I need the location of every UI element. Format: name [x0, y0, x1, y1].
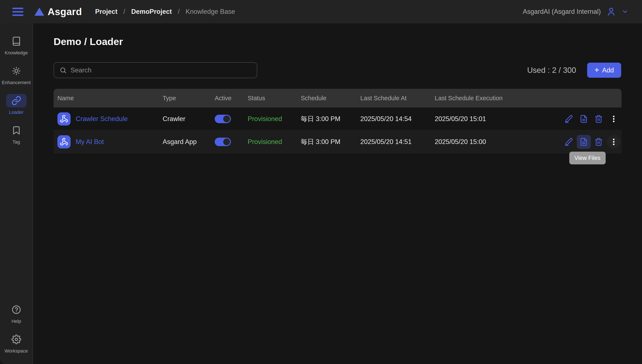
column-header-last-schedule-at: Last Schedule At [357, 95, 431, 102]
breadcrumb: Project / DemoProject / Knowledge Base [95, 8, 235, 16]
view-files-tooltip: View Files [569, 152, 606, 164]
user-icon[interactable] [606, 7, 616, 16]
row-schedule: 毎日 3:00 PM [297, 138, 357, 146]
row-name-link[interactable]: Crawler Schedule [76, 115, 128, 123]
view-files-icon[interactable] [577, 135, 591, 149]
search-input[interactable] [71, 66, 251, 74]
loader-app-icon [57, 135, 71, 148]
sidebar-item-label: Knowledge [5, 50, 28, 56]
row-last-schedule-at: 2025/05/20 14:51 [357, 138, 431, 146]
breadcrumb-separator: / [178, 8, 180, 16]
row-last-schedule-execution: 2025/05/20 15:00 [431, 138, 562, 146]
row-schedule: 毎日 3:00 PM [297, 114, 357, 124]
add-button[interactable]: + Add [587, 63, 621, 78]
row-type: Crawler [159, 115, 211, 123]
column-header-type: Type [159, 95, 211, 102]
sidebar-item-knowledge[interactable]: Knowledge [1, 34, 32, 56]
column-header-active: Active [211, 95, 244, 102]
sidebar-item-help[interactable]: Help [1, 303, 32, 324]
active-toggle[interactable] [215, 115, 231, 123]
table-header: Name Type Active Status Schedule Last Sc… [54, 89, 621, 108]
topbar: Asgard Project / DemoProject / Knowledge… [0, 0, 642, 23]
add-button-label: Add [602, 66, 614, 74]
app-logo[interactable]: Asgard [35, 6, 82, 18]
book-icon [6, 34, 27, 48]
column-header-last-schedule-execution: Last Schedule Execution [431, 95, 562, 102]
delete-icon[interactable] [592, 112, 606, 126]
loader-table: Name Type Active Status Schedule Last Sc… [54, 89, 621, 153]
chevron-down-icon[interactable] [621, 8, 628, 15]
link-icon [6, 94, 27, 108]
active-toggle[interactable] [215, 138, 231, 146]
sidebar-item-workspace[interactable]: Workspace [1, 332, 32, 354]
plus-icon: + [594, 66, 599, 74]
breadcrumb-knowledge-base: Knowledge Base [186, 8, 235, 16]
loader-app-icon [57, 112, 71, 126]
edit-icon[interactable] [562, 135, 576, 149]
sidebar: Knowledge Enhancement Loader [0, 23, 33, 364]
menu-icon[interactable] [12, 6, 23, 18]
sidebar-item-label: Loader [9, 110, 24, 115]
status-badge: Provisioned [244, 115, 297, 123]
sidebar-item-label: Help [12, 318, 21, 324]
brightness-icon [6, 64, 27, 78]
row-last-schedule-execution: 2025/05/20 15:01 [431, 115, 562, 123]
table-row: Crawler Schedule Crawler Provisioned 毎日 … [54, 108, 621, 130]
breadcrumb-demoproject[interactable]: DemoProject [131, 8, 172, 16]
kebab-menu-icon[interactable] [607, 112, 621, 126]
sidebar-item-label: Workspace [5, 348, 28, 354]
edit-icon[interactable] [562, 112, 576, 126]
sidebar-item-tag[interactable]: Tag [1, 124, 32, 145]
logo-text: Asgard [48, 6, 82, 18]
table-row: My AI Bot Asgard App Provisioned 毎日 3:00… [54, 130, 621, 153]
delete-icon[interactable] [592, 135, 606, 149]
page-title: Demo / Loader [54, 36, 123, 47]
gear-icon [6, 332, 27, 346]
breadcrumb-project[interactable]: Project [95, 8, 117, 16]
row-name-link[interactable]: My AI Bot [76, 138, 104, 146]
sidebar-item-loader[interactable]: Loader [1, 94, 32, 115]
bookmark-icon [6, 124, 27, 137]
account-area[interactable]: AsgardAI (Asgard Internal) [523, 7, 628, 16]
column-header-status: Status [244, 95, 297, 102]
sidebar-item-label: Tag [13, 139, 20, 145]
column-header-name: Name [54, 95, 159, 102]
breadcrumb-separator: / [124, 8, 125, 16]
search-box[interactable] [54, 62, 257, 78]
column-header-schedule: Schedule [297, 95, 357, 102]
search-icon [60, 67, 67, 74]
logo-triangle-icon [35, 8, 44, 16]
sidebar-item-label: Enhancement [2, 80, 31, 85]
help-icon [6, 303, 27, 316]
row-type: Asgard App [159, 138, 211, 146]
main-content: Demo / Loader Used : 2 / 300 + Add Name … [33, 23, 642, 364]
kebab-menu-icon[interactable] [607, 135, 621, 149]
account-label: AsgardAI (Asgard Internal) [523, 8, 601, 16]
usage-count: Used : 2 / 300 [527, 66, 576, 75]
row-last-schedule-at: 2025/05/20 14:54 [357, 115, 431, 123]
sidebar-item-enhancement[interactable]: Enhancement [1, 64, 32, 85]
status-badge: Provisioned [244, 138, 297, 146]
view-files-icon[interactable] [577, 112, 591, 126]
